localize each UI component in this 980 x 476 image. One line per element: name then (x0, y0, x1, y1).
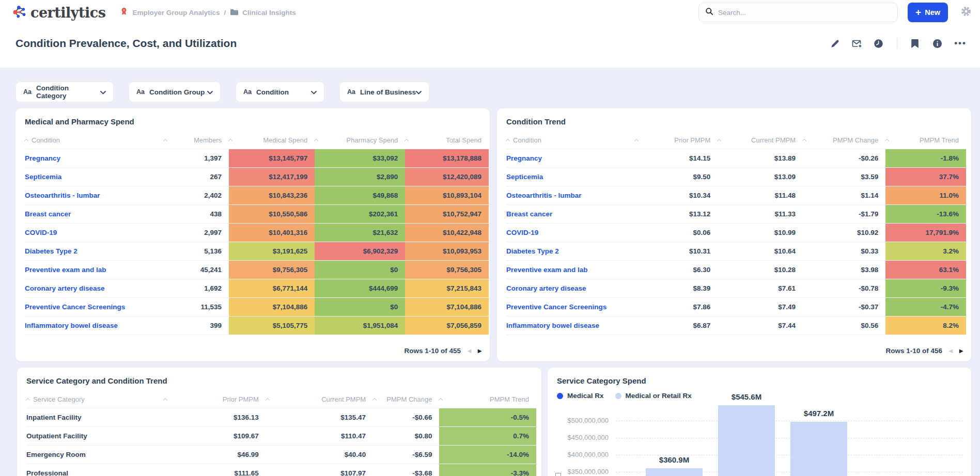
column-header-total-spend[interactable]: Total Spend (405, 132, 489, 149)
prior-pmpm-value: $13.12 (635, 205, 718, 223)
gear-icon[interactable] (960, 6, 972, 19)
column-header-current-pmpm[interactable]: Current PMPM (718, 132, 803, 149)
edit-pencil-icon[interactable] (830, 39, 840, 49)
brand-logo[interactable]: certilytics (12, 5, 105, 21)
column-header-members[interactable]: Members (164, 132, 229, 149)
divider (897, 38, 897, 49)
sort-caret-icon (24, 139, 28, 143)
condition-link[interactable]: Pregnancy (506, 149, 635, 167)
sort-caret-icon (885, 139, 889, 143)
clipped-axis-icon (555, 473, 561, 476)
bar[interactable] (646, 468, 703, 476)
current-pmpm-value: $10.99 (718, 224, 803, 242)
spend-chart-area: $500,000,000$450,000,000$400,000,000$350… (548, 368, 971, 476)
current-pmpm-value: $13.09 (718, 168, 803, 186)
condition-link[interactable]: Diabetes Type 2 (506, 242, 635, 260)
table-row: Preventive Cancer Screenings $7.86 $7.49… (506, 298, 966, 316)
prev-page-icon[interactable]: ◂ (949, 346, 953, 355)
next-page-icon[interactable]: ▸ (959, 346, 963, 355)
table-row: Septicemia $9.50 $13.09 $3.59 37.7% (506, 168, 966, 186)
panel-service-category-spend: Service Category Spend Medical Rx Medica… (548, 368, 971, 476)
condition-link[interactable]: Coronary artery disease (506, 279, 635, 297)
prior-pmpm-value: $109.67 (164, 427, 266, 445)
next-page-icon[interactable]: ▸ (478, 346, 481, 355)
filter-chip[interactable]: Aa Condition Category (15, 82, 114, 102)
current-pmpm-value: $10.28 (718, 261, 803, 279)
column-header-medical-spend[interactable]: Medical Spend (229, 132, 315, 149)
column-header-pmpm-change[interactable]: PMPM Change (803, 132, 885, 149)
condition-link[interactable]: Preventive Cancer Screenings (506, 298, 635, 316)
members-value: 1,692 (164, 279, 229, 297)
table-row: Preventive exam and lab 45,241 $9,756,30… (25, 261, 489, 279)
table-row: Preventive Cancer Screenings 11,535 $7,1… (25, 298, 489, 316)
sort-caret-icon (163, 398, 167, 402)
column-header-pmpm-trend[interactable]: PMPM Trend (885, 132, 966, 149)
table-row: Outpatient Facility $109.67 $110.47 $0.8… (26, 427, 536, 446)
column-header-pmpm-change[interactable]: PMPM Change (373, 391, 439, 408)
condition-link[interactable]: COVID-19 (506, 224, 635, 242)
breadcrumb-page[interactable]: Clinical Insights (242, 9, 296, 17)
condition-link[interactable]: Breast cancer (25, 205, 164, 223)
column-header-condition[interactable]: Condition (25, 132, 164, 149)
prior-pmpm-value: $10.34 (635, 186, 718, 204)
condition-link[interactable]: COVID-19 (25, 224, 164, 242)
pmpm-trend-cell: -13.6% (885, 205, 966, 223)
members-value: 45,241 (164, 261, 229, 279)
bar[interactable] (790, 422, 847, 476)
total-spend-cell: $13,178,888 (405, 149, 489, 167)
filter-label: Condition (256, 88, 289, 96)
members-value: 267 (164, 168, 229, 186)
filter-chip[interactable]: Aa Condition Group (129, 82, 221, 102)
condition-link[interactable]: Diabetes Type 2 (25, 242, 164, 260)
condition-link[interactable]: Inflammatory bowel disease (25, 316, 164, 335)
bookmark-icon[interactable] (911, 39, 921, 49)
service-category-label: Emergency Room (26, 446, 164, 464)
filter-chip[interactable]: Aa Line of Business (339, 82, 429, 102)
bar[interactable] (718, 405, 775, 476)
chevron-down-icon (311, 87, 317, 97)
subscribe-envelope-plus-icon[interactable] (852, 39, 862, 49)
column-header-condition[interactable]: Condition (506, 132, 635, 149)
pmpm-trend-cell: -14.0% (439, 446, 536, 464)
prev-page-icon[interactable]: ◂ (468, 346, 471, 355)
column-header-prior-pmpm[interactable]: Prior PMPM (164, 391, 266, 408)
sort-caret-icon (26, 398, 30, 402)
pmpm-change-value: -$0.78 (803, 279, 885, 297)
sort-caret-icon (405, 139, 409, 143)
new-button[interactable]: + New (908, 3, 948, 22)
condition-link[interactable]: Septicemia (25, 168, 164, 186)
panel-service-category-trend: Service Category and Condition Trend Ser… (17, 368, 541, 476)
table-row: Coronary artery disease 1,692 $6,771,144… (25, 279, 489, 298)
info-icon[interactable] (932, 39, 942, 49)
condition-link[interactable]: Inflammatory bowel disease (506, 316, 635, 335)
breadcrumb-section[interactable]: Employer Group Analytics (132, 9, 220, 17)
column-header-pmpm-trend[interactable]: PMPM Trend (439, 391, 536, 408)
condition-link[interactable]: Coronary artery disease (25, 279, 164, 297)
pmpm-change-value: $0.80 (373, 427, 439, 445)
pharmacy-spend-cell: $0 (315, 298, 405, 316)
filter-chip[interactable]: Aa Condition (236, 82, 324, 102)
filter-label: Condition Group (149, 88, 205, 96)
column-header-pharmacy-spend[interactable]: Pharmacy Spend (315, 132, 405, 149)
column-header-prior-pmpm[interactable]: Prior PMPM (635, 132, 718, 149)
condition-link[interactable]: Breast cancer (506, 205, 635, 223)
condition-link[interactable]: Pregnancy (25, 149, 164, 167)
search-input[interactable] (718, 9, 891, 17)
sort-caret-icon (717, 139, 721, 143)
condition-link[interactable]: Osteoarthritis - lumbar (25, 186, 164, 204)
members-value: 2,997 (164, 224, 229, 242)
condition-link[interactable]: Preventive Cancer Screenings (25, 298, 164, 316)
trend-table: Condition Prior PMPM Current PMPM PMPM C… (506, 132, 966, 335)
award-icon (120, 7, 128, 18)
condition-link[interactable]: Preventive exam and lab (506, 261, 635, 279)
condition-link[interactable]: Osteoarthritis - lumbar (506, 186, 635, 204)
current-pmpm-value: $11.33 (718, 205, 803, 223)
column-header-service-category[interactable]: Service Category (26, 391, 164, 408)
column-header-current-pmpm[interactable]: Current PMPM (266, 391, 373, 408)
total-spend-cell: $7,104,886 (405, 298, 489, 316)
condition-link[interactable]: Preventive exam and lab (25, 261, 164, 279)
condition-link[interactable]: Septicemia (506, 168, 635, 186)
more-ellipsis-icon[interactable]: ••• (954, 41, 967, 46)
medical-spend-cell: $10,401,316 (229, 224, 315, 242)
history-clock-icon[interactable] (874, 39, 883, 49)
